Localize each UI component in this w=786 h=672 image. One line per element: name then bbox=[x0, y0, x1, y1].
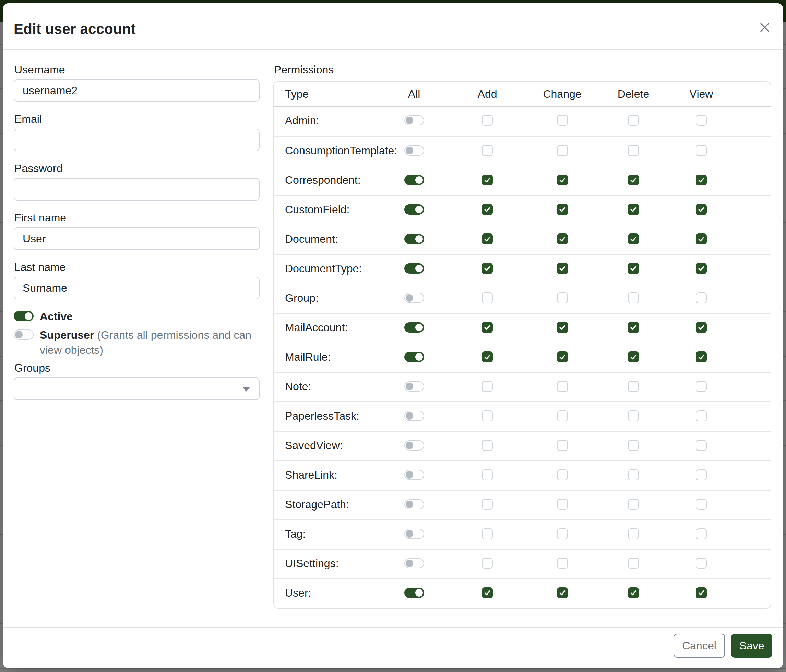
view-checkbox[interactable] bbox=[696, 174, 707, 185]
delete-checkbox[interactable] bbox=[628, 234, 639, 245]
superuser-toggle[interactable] bbox=[14, 330, 34, 340]
all-toggle[interactable] bbox=[404, 499, 424, 509]
all-toggle[interactable] bbox=[404, 145, 424, 155]
active-toggle[interactable] bbox=[14, 311, 34, 321]
add-checkbox[interactable] bbox=[482, 587, 493, 598]
all-toggle[interactable] bbox=[404, 115, 424, 126]
change-checkbox[interactable] bbox=[557, 528, 568, 539]
view-checkbox[interactable] bbox=[696, 528, 707, 539]
save-button[interactable]: Save bbox=[731, 634, 772, 658]
all-toggle[interactable] bbox=[404, 322, 424, 333]
all-toggle[interactable] bbox=[404, 558, 424, 568]
delete-checkbox[interactable] bbox=[628, 558, 639, 569]
view-checkbox[interactable] bbox=[696, 410, 707, 421]
delete-checkbox[interactable] bbox=[628, 381, 639, 392]
delete-checkbox[interactable] bbox=[628, 352, 639, 363]
change-checkbox[interactable] bbox=[557, 587, 568, 598]
column-header-change: Change bbox=[525, 88, 599, 100]
view-checkbox[interactable] bbox=[696, 115, 707, 126]
all-toggle[interactable] bbox=[404, 588, 424, 598]
delete-checkbox[interactable] bbox=[628, 292, 639, 303]
change-checkbox[interactable] bbox=[557, 352, 568, 363]
add-checkbox[interactable] bbox=[482, 381, 493, 392]
all-toggle[interactable] bbox=[404, 381, 424, 391]
delete-checkbox[interactable] bbox=[628, 145, 639, 156]
view-checkbox[interactable] bbox=[696, 234, 707, 245]
delete-checkbox[interactable] bbox=[628, 587, 639, 598]
add-checkbox[interactable] bbox=[482, 352, 493, 363]
view-checkbox[interactable] bbox=[696, 322, 707, 333]
add-checkbox[interactable] bbox=[482, 322, 493, 333]
add-checkbox[interactable] bbox=[482, 263, 493, 274]
all-toggle[interactable] bbox=[404, 411, 424, 421]
change-checkbox[interactable] bbox=[557, 558, 568, 569]
all-toggle[interactable] bbox=[404, 175, 424, 185]
view-checkbox[interactable] bbox=[696, 469, 707, 480]
permission-row: Correspondent: bbox=[274, 166, 770, 195]
password-input[interactable] bbox=[14, 178, 259, 201]
add-checkbox[interactable] bbox=[482, 440, 493, 451]
add-checkbox[interactable] bbox=[482, 145, 493, 156]
delete-checkbox[interactable] bbox=[628, 528, 639, 539]
view-checkbox[interactable] bbox=[696, 587, 707, 598]
all-toggle[interactable] bbox=[404, 352, 424, 362]
view-checkbox[interactable] bbox=[696, 558, 707, 569]
add-checkbox[interactable] bbox=[482, 499, 493, 510]
all-toggle[interactable] bbox=[404, 204, 424, 215]
view-cell bbox=[667, 556, 735, 578]
add-checkbox[interactable] bbox=[482, 115, 493, 126]
view-checkbox[interactable] bbox=[696, 499, 707, 510]
view-checkbox[interactable] bbox=[696, 440, 707, 451]
delete-checkbox[interactable] bbox=[628, 469, 639, 480]
last-name-input[interactable] bbox=[14, 277, 259, 299]
add-checkbox[interactable] bbox=[482, 558, 493, 569]
delete-checkbox[interactable] bbox=[628, 115, 639, 126]
all-toggle[interactable] bbox=[404, 263, 424, 273]
close-button[interactable] bbox=[755, 18, 774, 37]
all-toggle[interactable] bbox=[404, 293, 424, 303]
cancel-button[interactable]: Cancel bbox=[673, 634, 725, 658]
change-checkbox[interactable] bbox=[557, 322, 568, 333]
all-toggle[interactable] bbox=[404, 529, 424, 539]
delete-checkbox[interactable] bbox=[628, 440, 639, 451]
change-checkbox[interactable] bbox=[557, 174, 568, 185]
add-checkbox[interactable] bbox=[482, 234, 493, 245]
change-checkbox[interactable] bbox=[557, 115, 568, 126]
change-checkbox[interactable] bbox=[557, 234, 568, 245]
delete-checkbox[interactable] bbox=[628, 174, 639, 185]
change-checkbox[interactable] bbox=[557, 145, 568, 156]
view-checkbox[interactable] bbox=[696, 352, 707, 363]
add-checkbox[interactable] bbox=[482, 204, 493, 215]
all-toggle[interactable] bbox=[404, 470, 424, 480]
view-checkbox[interactable] bbox=[696, 263, 707, 274]
view-checkbox[interactable] bbox=[696, 292, 707, 303]
email-input[interactable] bbox=[14, 129, 259, 151]
change-checkbox[interactable] bbox=[557, 263, 568, 274]
view-checkbox[interactable] bbox=[696, 204, 707, 215]
first-name-input[interactable] bbox=[14, 227, 259, 250]
add-checkbox[interactable] bbox=[482, 410, 493, 421]
change-checkbox[interactable] bbox=[557, 469, 568, 480]
view-checkbox[interactable] bbox=[696, 145, 707, 156]
add-checkbox[interactable] bbox=[482, 528, 493, 539]
delete-checkbox[interactable] bbox=[628, 410, 639, 421]
delete-checkbox[interactable] bbox=[628, 499, 639, 510]
all-toggle[interactable] bbox=[404, 234, 424, 244]
change-checkbox[interactable] bbox=[557, 204, 568, 215]
groups-select[interactable] bbox=[14, 377, 259, 400]
view-checkbox[interactable] bbox=[696, 381, 707, 392]
change-checkbox[interactable] bbox=[557, 499, 568, 510]
add-checkbox[interactable] bbox=[482, 469, 493, 480]
change-checkbox[interactable] bbox=[557, 292, 568, 303]
delete-checkbox[interactable] bbox=[628, 263, 639, 274]
change-checkbox[interactable] bbox=[557, 381, 568, 392]
change-checkbox[interactable] bbox=[557, 410, 568, 421]
add-checkbox[interactable] bbox=[482, 174, 493, 185]
delete-checkbox[interactable] bbox=[628, 204, 639, 215]
add-checkbox[interactable] bbox=[482, 292, 493, 303]
change-checkbox[interactable] bbox=[557, 440, 568, 451]
delete-checkbox[interactable] bbox=[628, 322, 639, 333]
all-toggle[interactable] bbox=[404, 440, 424, 451]
username-input[interactable] bbox=[14, 79, 259, 102]
permission-type-label: UISettings: bbox=[274, 556, 379, 578]
